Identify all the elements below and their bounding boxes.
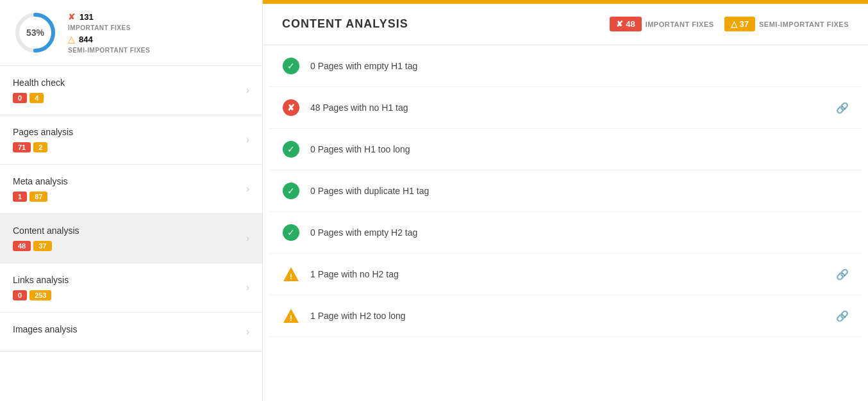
item-text: 0 Pages with empty H2 tag <box>310 227 849 238</box>
semi-fixes-row: △ 844 <box>68 34 150 44</box>
list-item: ✓ 0 Pages with H1 too long <box>269 129 862 170</box>
semi-label-header: SEMI-IMPORTANT FIXES <box>759 20 849 28</box>
check-icon: ✓ <box>282 140 300 158</box>
main-content: CONTENT ANALYSIS ✘ 48 IMPORTANT FIXES △ … <box>263 0 868 401</box>
badge-red: 0 <box>13 93 27 103</box>
chevron-right-icon: › <box>246 183 249 195</box>
score-donut: 53% <box>13 10 58 55</box>
item-text: 0 Pages with empty H1 tag <box>310 61 849 71</box>
nav-item-label: Images analysis <box>13 324 77 334</box>
semi-count-header: 37 <box>740 19 749 29</box>
nav-badges: 0 253 <box>13 290 69 300</box>
important-badge: ✘ 48 <box>610 17 641 31</box>
badge-red: 71 <box>13 142 31 152</box>
badge-orange: 2 <box>33 142 47 152</box>
sidebar-item-health-check[interactable]: Health check 0 4 › <box>0 66 262 115</box>
error-icon-header: ✘ <box>616 19 623 29</box>
chevron-right-icon: › <box>246 282 249 293</box>
semi-count: 844 <box>79 35 93 44</box>
important-count: 131 <box>79 12 94 22</box>
chevron-right-icon: › <box>246 134 249 145</box>
chevron-right-icon: › <box>246 326 249 338</box>
chevron-right-icon: › <box>246 85 249 96</box>
warn-icon-header: △ <box>731 19 737 29</box>
badge-red: 48 <box>13 241 31 251</box>
list-item: ✘ 48 Pages with no H1 tag 🔗 <box>269 87 862 129</box>
badge-orange: 253 <box>29 290 51 300</box>
semi-label-row: SEMI-IMPORTANT FIXES <box>68 47 150 54</box>
sidebar-item-content-analysis[interactable]: Content analysis 48 37 › <box>0 214 262 263</box>
list-item: ! 1 Page with H2 too long 🔗 <box>269 295 862 337</box>
sidebar-item-pages-analysis[interactable]: Pages analysis 71 2 › <box>0 115 262 165</box>
important-label-header: IMPORTANT FIXES <box>646 20 714 28</box>
list-item: ✓ 0 Pages with duplicate H1 tag <box>269 170 862 212</box>
semi-badge-group: △ 37 SEMI-IMPORTANT FIXES <box>724 17 849 31</box>
nav-badges: 0 4 <box>13 93 65 103</box>
semi-label: SEMI-IMPORTANT FIXES <box>68 47 150 54</box>
content-list: ✓ 0 Pages with empty H1 tag ✘ 48 Pages w… <box>263 45 868 337</box>
link-icon[interactable]: 🔗 <box>836 310 849 322</box>
error-icon: ✘ <box>68 12 76 22</box>
error-icon: ✘ <box>282 99 300 117</box>
nav-item-label: Pages analysis <box>13 127 73 137</box>
warning-icon: ! <box>282 307 300 325</box>
score-details: ✘ 131 IMPORTANT FIXES △ 844 SEMI-IMPORTA… <box>68 12 150 54</box>
important-badge-group: ✘ 48 IMPORTANT FIXES <box>610 17 714 31</box>
warn-icon: △ <box>68 34 75 44</box>
sidebar-nav: Health check 0 4 › Pages analysis 71 2 ›… <box>0 66 262 401</box>
content-header: CONTENT ANALYSIS ✘ 48 IMPORTANT FIXES △ … <box>263 4 868 45</box>
score-percent: 53% <box>26 28 44 38</box>
nav-item-label: Content analysis <box>13 225 79 236</box>
badge-orange: 87 <box>29 192 47 202</box>
badge-red: 1 <box>13 192 27 202</box>
important-fixes-row: ✘ 131 <box>68 12 150 22</box>
warning-icon: ! <box>282 265 300 283</box>
item-text: 0 Pages with H1 too long <box>310 144 849 154</box>
item-text: 48 Pages with no H1 tag <box>310 102 826 113</box>
list-item: ✓ 0 Pages with empty H1 tag <box>269 45 862 87</box>
nav-item-label: Health check <box>13 78 65 88</box>
badge-orange: 37 <box>33 241 51 251</box>
item-text: 0 Pages with duplicate H1 tag <box>310 186 849 196</box>
sidebar-item-links-analysis[interactable]: Links analysis 0 253 › <box>0 263 262 313</box>
important-label: IMPORTANT FIXES <box>68 24 131 31</box>
check-icon: ✓ <box>282 182 300 200</box>
link-icon[interactable]: 🔗 <box>836 102 849 114</box>
sidebar-item-images-analysis[interactable]: Images analysis › <box>0 313 262 352</box>
svg-text:!: ! <box>290 313 292 323</box>
sidebar-item-meta-analysis[interactable]: Meta analysis 1 87 › <box>0 165 262 214</box>
content-title: CONTENT ANALYSIS <box>282 17 408 31</box>
chevron-right-icon: › <box>246 233 249 244</box>
item-text: 1 Page with H2 too long <box>310 311 826 321</box>
list-item: ✓ 0 Pages with empty H2 tag <box>269 212 862 254</box>
important-label-row: IMPORTANT FIXES <box>68 24 150 31</box>
link-icon[interactable]: 🔗 <box>836 268 849 281</box>
nav-badges: 71 2 <box>13 142 73 152</box>
nav-item-label: Meta analysis <box>13 176 68 186</box>
nav-badges: 48 37 <box>13 241 79 251</box>
nav-item-label: Links analysis <box>13 275 69 285</box>
check-icon: ✓ <box>282 57 300 75</box>
badge-orange: 4 <box>29 93 44 103</box>
sidebar: 53% ✘ 131 IMPORTANT FIXES △ 844 SEMI-IMP… <box>0 0 263 401</box>
list-item: ! 1 Page with no H2 tag 🔗 <box>269 254 862 295</box>
nav-badges: 1 87 <box>13 192 68 202</box>
badge-red: 0 <box>13 290 27 300</box>
semi-badge: △ 37 <box>724 17 755 31</box>
check-icon: ✓ <box>282 224 300 241</box>
important-count-header: 48 <box>626 19 635 29</box>
item-text: 1 Page with no H2 tag <box>310 269 826 279</box>
score-card: 53% ✘ 131 IMPORTANT FIXES △ 844 SEMI-IMP… <box>0 0 262 66</box>
svg-text:!: ! <box>290 272 292 281</box>
header-badges: ✘ 48 IMPORTANT FIXES △ 37 SEMI-IMPORTANT… <box>610 17 849 31</box>
